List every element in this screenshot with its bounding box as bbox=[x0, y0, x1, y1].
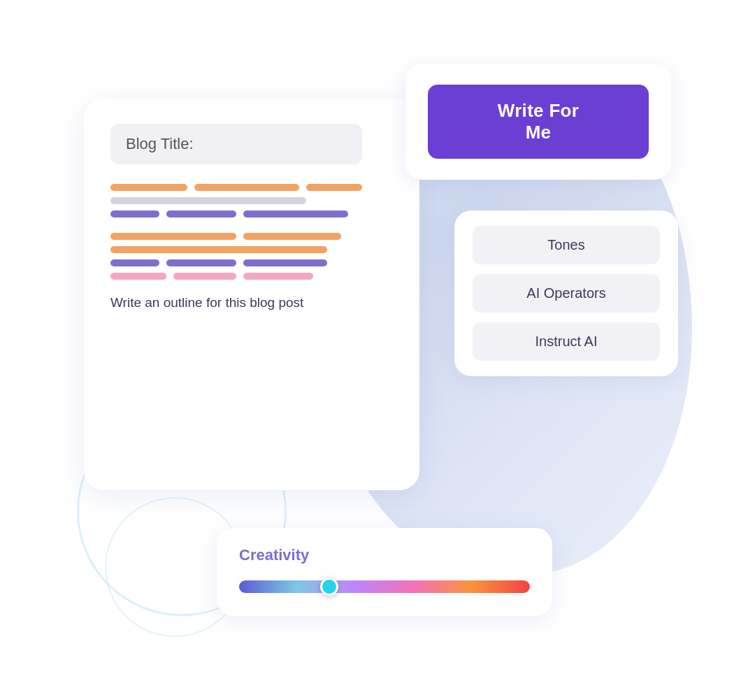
slider-track[interactable] bbox=[239, 580, 530, 593]
line-row-6 bbox=[110, 259, 393, 266]
line-row-4 bbox=[110, 233, 393, 240]
line-orange bbox=[243, 233, 341, 240]
lines-group-1 bbox=[110, 184, 393, 217]
slider-thumb[interactable] bbox=[320, 578, 338, 596]
creativity-label: Creativity bbox=[239, 546, 530, 564]
instruct-ai-button[interactable]: Instruct AI bbox=[473, 322, 660, 361]
line-orange bbox=[110, 184, 187, 191]
line-row-2 bbox=[110, 197, 393, 204]
blog-card: Blog Title: bbox=[84, 99, 419, 490]
tones-card: Tones AI Operators Instruct AI bbox=[454, 210, 678, 376]
line-purple bbox=[243, 259, 327, 266]
line-purple bbox=[166, 210, 236, 217]
line-orange bbox=[110, 246, 327, 253]
line-orange bbox=[110, 233, 236, 240]
line-pink bbox=[173, 273, 236, 280]
scene: Blog Title: bbox=[63, 43, 692, 658]
write-for-me-button[interactable]: Write For Me bbox=[428, 85, 649, 159]
line-pink bbox=[243, 273, 313, 280]
line-purple bbox=[110, 259, 159, 266]
creativity-slider-container bbox=[239, 576, 530, 598]
line-row-3 bbox=[110, 210, 393, 217]
blog-prompt: Write an outline for this blog post bbox=[110, 295, 393, 310]
line-purple bbox=[243, 210, 348, 217]
line-row-5 bbox=[110, 246, 393, 253]
line-pink bbox=[110, 273, 166, 280]
line-purple bbox=[166, 259, 236, 266]
line-row-7 bbox=[110, 273, 393, 280]
line-orange bbox=[306, 184, 362, 191]
line-row-1 bbox=[110, 184, 393, 191]
line-gray bbox=[110, 197, 306, 204]
blog-title-field[interactable]: Blog Title: bbox=[110, 124, 362, 164]
line-purple bbox=[110, 210, 159, 217]
creativity-card: Creativity bbox=[217, 528, 552, 616]
ai-operators-button[interactable]: AI Operators bbox=[473, 274, 660, 313]
write-card: Write For Me bbox=[405, 64, 671, 180]
lines-group-2 bbox=[110, 233, 393, 280]
line-orange bbox=[194, 184, 299, 191]
tones-button[interactable]: Tones bbox=[473, 226, 660, 264]
